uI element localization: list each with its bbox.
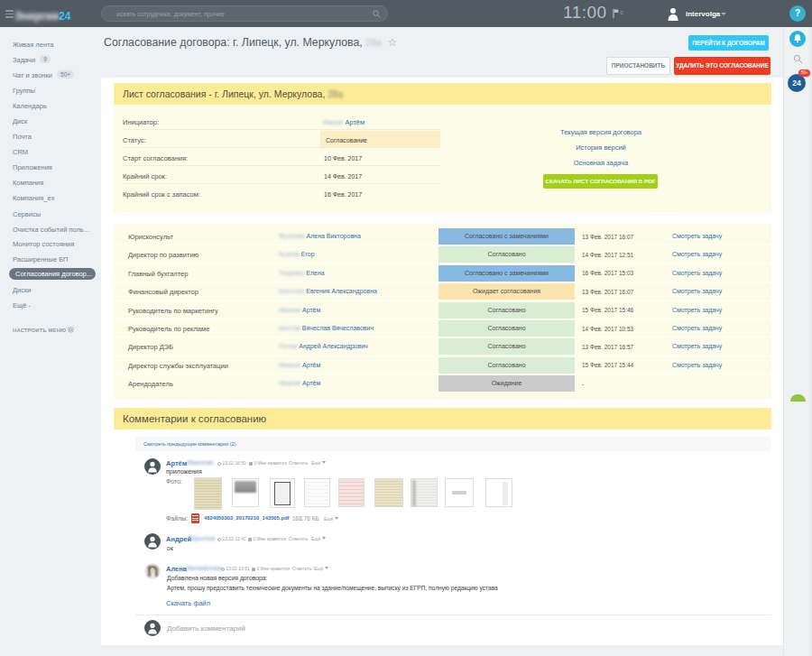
svg-text:0: 0	[621, 10, 623, 15]
